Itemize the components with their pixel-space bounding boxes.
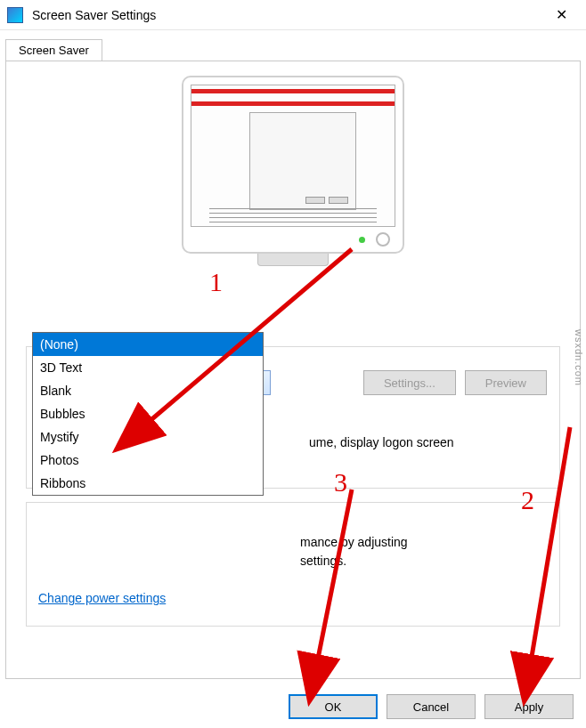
watermark: wsxdn.com [574,329,584,386]
preview-screen [191,85,395,227]
close-button[interactable]: ✕ [543,3,579,28]
tab-bar: Screen Saver [0,36,586,61]
option-3d-text[interactable]: 3D Text [33,356,263,379]
change-power-settings-link[interactable]: Change power settings [38,591,166,605]
option-blank[interactable]: Blank [33,379,263,402]
option-mystify[interactable]: Mystify [33,425,263,449]
power-link-wrap: Change power settings [38,591,166,605]
power-text-fragment: mance by adjusting settings. [300,533,443,570]
settings-button[interactable]: Settings... [363,370,456,395]
option-ribbons[interactable]: Ribbons [33,472,263,495]
window-title: Screen Saver Settings [32,8,543,22]
preview-inner-dialog [249,112,356,210]
preview-button[interactable]: Preview [465,370,547,395]
tab-screen-saver[interactable]: Screen Saver [5,39,102,61]
option-photos[interactable]: Photos [33,449,263,472]
monitor-stand [257,254,329,266]
group-power-management [26,502,560,627]
resume-label-fragment: ume, display logon screen [309,435,454,449]
option-none[interactable]: (None) [33,333,263,356]
title-bar: Screen Saver Settings ✕ [0,0,586,30]
tab-label: Screen Saver [19,44,89,57]
screen-saver-dropdown-list[interactable]: (None) 3D Text Blank Bubbles Mystify Pho… [32,332,264,496]
dialog-buttons: OK Cancel Apply [289,694,574,719]
preview-monitor-wrap [6,76,580,266]
ok-button[interactable]: OK [289,694,378,719]
preview-monitor [182,76,404,254]
cancel-button[interactable]: Cancel [387,694,476,719]
option-bubbles[interactable]: Bubbles [33,402,263,425]
close-icon: ✕ [556,6,567,23]
monitor-power-icon [376,232,390,247]
monitor-led-icon [359,237,365,243]
app-icon [7,7,23,23]
apply-button[interactable]: Apply [484,694,574,719]
